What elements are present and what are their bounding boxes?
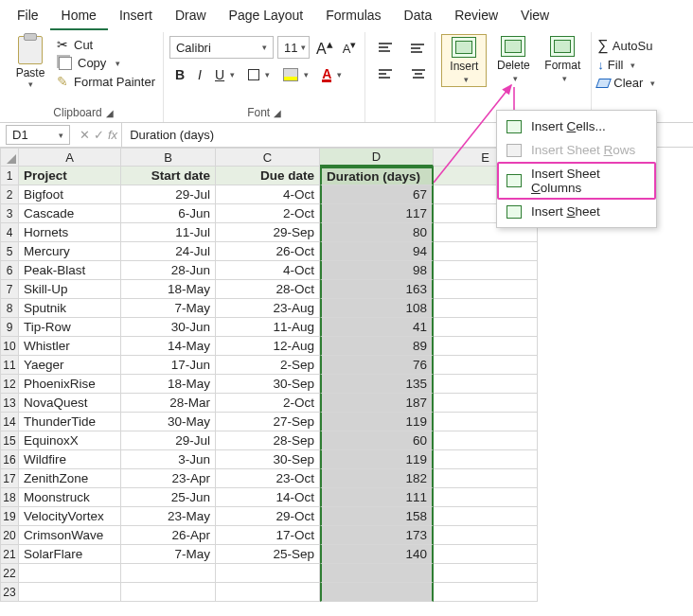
table-cell[interactable]: 119 [320, 413, 434, 431]
underline-button[interactable]: U▾ [209, 64, 240, 85]
table-cell[interactable]: 3-Jun [121, 450, 216, 469]
row-header-20[interactable]: 20 [0, 526, 19, 545]
table-cell[interactable] [434, 488, 538, 507]
table-cell[interactable]: PhoenixRise [19, 375, 121, 394]
row-header-9[interactable]: 9 [0, 318, 19, 337]
menu-item-view[interactable]: View [509, 4, 560, 30]
align-top-button[interactable] [371, 38, 401, 59]
row-header-16[interactable]: 16 [0, 450, 19, 469]
table-cell[interactable]: 163 [320, 280, 434, 299]
table-cell[interactable]: 67 [320, 185, 434, 204]
table-cell[interactable]: 23-Apr [121, 469, 216, 488]
fill-color-button[interactable]: ▾ [277, 65, 314, 84]
table-cell[interactable]: 14-May [121, 337, 216, 356]
table-cell[interactable]: ThunderTide [19, 413, 121, 431]
row-header-13[interactable]: 13 [0, 394, 19, 413]
table-cell[interactable]: 135 [320, 375, 434, 394]
table-cell[interactable]: 2-Oct [216, 204, 320, 223]
table-cell[interactable]: 60 [320, 431, 434, 450]
row-header-21[interactable]: 21 [0, 545, 19, 564]
table-cell[interactable] [434, 413, 538, 431]
table-cell[interactable]: 17-Oct [216, 526, 320, 545]
insert-button[interactable]: Insert ▾ [441, 34, 487, 87]
menu-item-home[interactable]: Home [50, 4, 108, 30]
table-cell[interactable]: 7-May [121, 299, 216, 318]
fx-icon[interactable]: fx [108, 128, 117, 142]
table-cell[interactable]: 6-Jun [121, 204, 216, 223]
row-header-11[interactable]: 11 [0, 356, 19, 375]
table-cell[interactable]: 182 [320, 469, 434, 488]
table-cell[interactable] [434, 356, 538, 375]
table-cell[interactable] [434, 564, 538, 583]
table-cell[interactable]: 80 [320, 223, 434, 242]
table-cell[interactable]: Skill-Up [19, 280, 121, 299]
table-cell[interactable]: Peak-Blast [19, 261, 121, 280]
select-all-corner[interactable] [0, 148, 19, 167]
table-cell[interactable]: NovaQuest [19, 394, 121, 413]
table-cell[interactable] [434, 431, 538, 450]
cancel-icon[interactable]: ✕ [80, 128, 90, 142]
font-size-select[interactable]: 11▾ [277, 36, 310, 59]
table-cell[interactable]: 108 [320, 299, 434, 318]
menu-item-formulas[interactable]: Formulas [314, 4, 392, 30]
row-header-4[interactable]: 4 [0, 223, 19, 242]
name-box[interactable]: D1▾ [6, 125, 70, 145]
table-cell[interactable]: Whistler [19, 337, 121, 356]
table-cell[interactable] [434, 469, 538, 488]
table-header[interactable]: Due date [216, 167, 320, 185]
table-cell[interactable] [19, 564, 121, 583]
table-cell[interactable]: 24-Jul [121, 242, 216, 261]
table-cell[interactable]: 29-Jul [121, 431, 216, 450]
table-cell[interactable]: 11-Jul [121, 223, 216, 242]
row-header-5[interactable]: 5 [0, 242, 19, 261]
table-cell[interactable]: 17-Jun [121, 356, 216, 375]
row-header-18[interactable]: 18 [0, 488, 19, 507]
table-cell[interactable]: Sputnik [19, 299, 121, 318]
menu-item-data[interactable]: Data [393, 4, 444, 30]
table-cell[interactable]: 94 [320, 242, 434, 261]
format-painter-button[interactable]: ✎Format Painter [55, 73, 157, 90]
table-cell[interactable] [434, 280, 538, 299]
menu-item-insert[interactable]: Insert [108, 4, 164, 30]
table-cell[interactable]: 7-May [121, 545, 216, 564]
table-cell[interactable]: 2-Sep [216, 356, 320, 375]
table-cell[interactable]: 4-Oct [216, 261, 320, 280]
autosum-button[interactable]: ∑AutoSu [597, 36, 652, 55]
row-header-23[interactable]: 23 [0, 583, 19, 602]
clear-button[interactable]: Clear▾ [597, 75, 655, 91]
table-cell[interactable]: Yaeger [19, 356, 121, 375]
col-header-A[interactable]: A [19, 148, 121, 167]
table-cell[interactable]: 18-May [121, 280, 216, 299]
format-button[interactable]: Format ▾ [540, 34, 585, 85]
font-color-button[interactable]: A▾ [316, 65, 347, 85]
table-cell[interactable]: Hornets [19, 223, 121, 242]
bold-button[interactable]: B [169, 64, 190, 85]
menu-item-insert-sheet[interactable]: Insert Sheet [497, 200, 656, 223]
table-cell[interactable]: 23-May [121, 507, 216, 526]
table-cell[interactable]: 29-Jul [121, 185, 216, 204]
table-cell[interactable]: 30-Sep [216, 450, 320, 469]
table-cell[interactable]: Mercury [19, 242, 121, 261]
row-header-6[interactable]: 6 [0, 261, 19, 280]
table-cell[interactable]: 173 [320, 526, 434, 545]
dialog-launcher-icon[interactable]: ◢ [274, 108, 281, 118]
table-cell[interactable]: 28-Oct [216, 280, 320, 299]
table-cell[interactable]: 111 [320, 488, 434, 507]
table-cell[interactable]: CrimsonWave [19, 526, 121, 545]
italic-button[interactable]: I [192, 64, 207, 85]
table-cell[interactable]: 30-May [121, 413, 216, 431]
table-cell[interactable]: EquinoxX [19, 431, 121, 450]
col-header-B[interactable]: B [121, 148, 216, 167]
table-cell[interactable]: 28-Jun [121, 261, 216, 280]
table-cell[interactable] [434, 507, 538, 526]
cut-button[interactable]: ✂Cut [55, 36, 157, 53]
table-cell[interactable]: 11-Aug [216, 318, 320, 337]
align-center-button[interactable] [403, 64, 434, 85]
table-cell[interactable]: ZenithZone [19, 469, 121, 488]
table-cell[interactable] [434, 261, 538, 280]
table-cell[interactable]: 98 [320, 261, 434, 280]
menu-item-page-layout[interactable]: Page Layout [218, 4, 315, 30]
row-header-14[interactable]: 14 [0, 413, 19, 431]
table-cell[interactable]: 25-Jun [121, 488, 216, 507]
table-cell[interactable]: Cascade [19, 204, 121, 223]
